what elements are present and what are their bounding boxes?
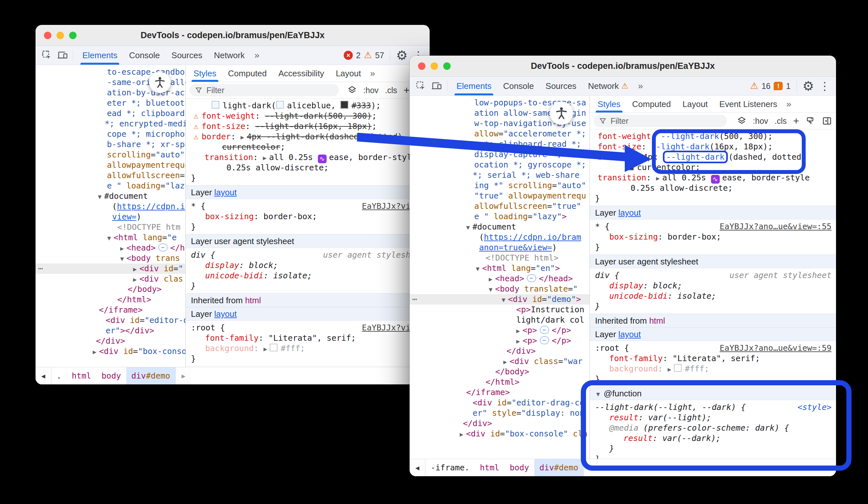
- link[interactable]: EaYBJJx?ano…ue&view=:55: [720, 222, 831, 231]
- style-rule[interactable]: div {user agent stylesheetdisplay: block…: [590, 268, 836, 314]
- link[interactable]: layout: [214, 188, 237, 197]
- style-declaration-line[interactable]: background: ▶#fff;: [191, 343, 430, 354]
- warning-triangle-icon[interactable]: ⚠: [364, 51, 372, 60]
- dom-tree-row[interactable]: ▼<html lang="e: [35, 232, 185, 243]
- style-declaration-line[interactable]: box-sizing: border-box;: [191, 211, 430, 222]
- inspect-element-icon[interactable]: [413, 79, 428, 93]
- style-rules[interactable]: light-dark(aliceblue, #333);⚠font-weight…: [186, 99, 430, 367]
- dom-tree-row[interactable]: </body>: [35, 284, 185, 294]
- style-declaration-line[interactable]: currentcolor;: [191, 142, 430, 152]
- style-rules[interactable]: font-weight: --light-dark(500, 300);font…: [590, 129, 836, 459]
- dom-tree-row[interactable]: <div id="editor-drag-co: [410, 397, 590, 408]
- dom-tree-row[interactable]: </div>: [410, 346, 590, 356]
- style-declaration-line[interactable]: box-sizing: border-box;: [595, 232, 836, 242]
- rule-source-link[interactable]: <style>: [798, 402, 831, 413]
- dom-tree-row[interactable]: ▶<head>⋯</head>: [410, 273, 590, 284]
- tab-styles[interactable]: Styles: [592, 96, 626, 112]
- new-style-rule-button[interactable]: +: [793, 115, 799, 127]
- dom-tree-row[interactable]: <!DOCTYPE html>: [410, 253, 590, 263]
- zoom-window-button[interactable]: [443, 62, 451, 70]
- dom-tree-row[interactable]: scrolling="auto": [35, 150, 185, 160]
- breadcrumb-item[interactable]: -iframe.: [425, 459, 475, 476]
- link[interactable]: layout: [618, 330, 641, 339]
- breadcrumb-scroll-left-button[interactable]: ◀: [410, 459, 425, 476]
- dom-tree-row[interactable]: allowfullscreen=": [35, 170, 185, 181]
- dom-tree-row[interactable]: ▶<div id="box-console" cla: [410, 429, 590, 439]
- style-rule[interactable]: --light-dark(--light, --dark) {<style>re…: [590, 400, 836, 459]
- breadcrumb-item[interactable]: html: [475, 459, 504, 476]
- dom-tree-row[interactable]: e " loading="lazy">: [410, 211, 590, 222]
- warning-count[interactable]: 16: [762, 81, 771, 91]
- style-declaration-line[interactable]: font-weight: --light-dark(500, 300);: [595, 131, 836, 142]
- breadcrumb-item[interactable]: body: [96, 367, 126, 384]
- style-declaration-line[interactable]: currentcolor;: [595, 162, 836, 173]
- style-declaration-line[interactable]: 0.25s allow-discrete;: [191, 163, 430, 173]
- error-badge-icon[interactable]: ×: [344, 51, 353, 60]
- tab-computed[interactable]: Computed: [222, 65, 273, 82]
- breadcrumb-scroll-right-button[interactable]: ▶: [583, 459, 599, 476]
- dom-tree-row[interactable]: (https://cdpn.io/bram: [410, 232, 590, 242]
- breadcrumb-scroll-right-button[interactable]: ▶: [175, 367, 191, 384]
- breadcrumb-item[interactable]: body: [505, 459, 534, 476]
- breadcrumb-scroll-left-button[interactable]: ◀: [35, 367, 51, 384]
- style-declaration-line[interactable]: }: [595, 374, 836, 384]
- style-declaration-line[interactable]: unicode-bidi: isolate;: [191, 271, 430, 281]
- style-declaration-line[interactable]: }: [595, 454, 836, 459]
- style-declaration-line[interactable]: transition: ▶all 0.25s ∿ease, border-sty…: [595, 173, 836, 183]
- dom-tree-row[interactable]: ocation *; gyroscope *;: [410, 160, 590, 170]
- dom-tree-row[interactable]: ing *" scrolling="auto": [410, 180, 590, 191]
- tab-console[interactable]: Console: [497, 77, 539, 95]
- close-window-button[interactable]: [44, 32, 51, 39]
- dock-side-icon[interactable]: [822, 116, 832, 126]
- dom-tree-row[interactable]: ead *; clipboard-: [35, 108, 185, 119]
- dom-tree-row[interactable]: *; encrypted-medi: [35, 119, 185, 129]
- dom-tree-row[interactable]: "true" allowpaymentrequ: [410, 191, 590, 201]
- style-declaration-line[interactable]: border: ▶4px --light-dark(dashed, dotted…: [595, 152, 836, 162]
- tab-layout[interactable]: Layout: [330, 65, 366, 82]
- hidden-element-marker[interactable]: ⋯: [412, 294, 418, 304]
- minimize-window-button[interactable]: [431, 62, 438, 70]
- tab-layout[interactable]: Layout: [677, 96, 714, 112]
- hover-state-button[interactable]: :hov: [363, 86, 379, 95]
- dom-tree-row[interactable]: <p>Instruction: [410, 304, 590, 315]
- style-declaration-line[interactable]: result: var(--dark);: [595, 433, 836, 444]
- style-rule[interactable]: * {EaYBJJx?view=box-sizing: border-box;}: [186, 199, 430, 234]
- warning-count[interactable]: 57: [375, 51, 384, 60]
- style-declaration-line[interactable]: * {EaYBJJx?ano…ue&view=:55: [595, 221, 836, 232]
- dom-tree-row[interactable]: ▼<body trans: [35, 253, 185, 263]
- issue-count[interactable]: 1: [786, 81, 790, 91]
- style-rule[interactable]: light-dark(aliceblue, #333);⚠font-weight…: [186, 99, 430, 185]
- tab-elements[interactable]: Elements: [451, 77, 497, 95]
- link[interactable]: https://cdpn.i: [117, 202, 185, 211]
- more-tabs-chevron[interactable]: »: [635, 81, 647, 91]
- style-declaration-line[interactable]: }: [191, 281, 430, 291]
- issues-badge-icon[interactable]: !: [774, 82, 783, 90]
- tab-network[interactable]: Network⚠: [582, 77, 634, 95]
- dom-tree-row[interactable]: ▶<p>⋯</p>: [410, 335, 590, 346]
- kebab-menu-icon[interactable]: ⋮: [817, 81, 832, 91]
- dom-tree-row[interactable]: er"></div>: [35, 325, 185, 336]
- dom-tree-row[interactable]: ⋯▶<div id=": [35, 263, 185, 274]
- dom-tree-row[interactable]: ▼<html lang="en">: [410, 263, 590, 273]
- tab-network[interactable]: Network: [208, 46, 250, 65]
- dom-tree-row[interactable]: </body>: [410, 366, 590, 377]
- dom-tree-row[interactable]: (https://cdpn.i: [35, 201, 185, 212]
- dom-tree-row[interactable]: display-capture *; encr: [410, 149, 590, 160]
- style-declaration-line[interactable]: :root {EaYBJJx?ano…ue&view=:59: [595, 343, 836, 353]
- style-declaration-line[interactable]: light-dark(aliceblue, #333);: [191, 101, 430, 111]
- filter-input[interactable]: Filter: [594, 115, 727, 127]
- dom-tree-row[interactable]: allowpaymentreque: [35, 160, 185, 170]
- style-declaration-line[interactable]: }: [595, 193, 836, 204]
- rule-source-link[interactable]: EaYBJJx?ano…ue&view=:59: [720, 343, 831, 353]
- layers-icon[interactable]: [347, 85, 357, 95]
- style-declaration-line[interactable]: result: var(--light);: [595, 413, 836, 423]
- breadcrumb-item[interactable]: html: [66, 367, 96, 384]
- dom-tree-row[interactable]: b-share *; xr-spa: [35, 139, 185, 150]
- settings-gear-icon[interactable]: ⚙: [803, 80, 814, 92]
- breadcrumb-item[interactable]: div#demo: [126, 367, 175, 384]
- dom-tree-row[interactable]: eter *; bluetooth: [35, 98, 185, 108]
- dom-tree-row[interactable]: a *; clipboard-read *;: [410, 139, 590, 149]
- error-count[interactable]: 2: [356, 51, 361, 60]
- breadcrumb-item[interactable]: .: [51, 367, 66, 384]
- more-tabs-chevron[interactable]: »: [783, 99, 795, 109]
